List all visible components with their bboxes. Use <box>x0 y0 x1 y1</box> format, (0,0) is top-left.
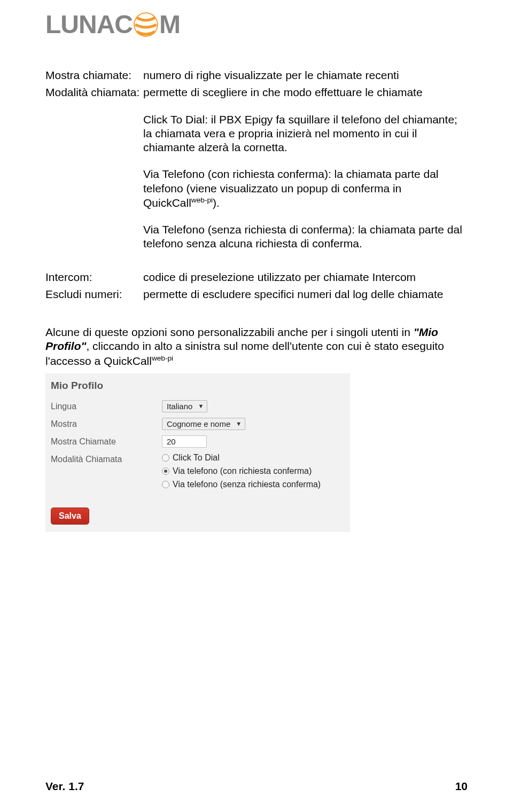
mio-profilo-panel: Mio Profilo Lingua Italiano ▼ Mostra Cog… <box>45 373 350 532</box>
def-via-telefono-con: Via Telefono (con richiesta conferma): l… <box>143 167 468 210</box>
def-label-mostra-chiamate: Mostra chiamate: <box>45 68 143 82</box>
globe-icon <box>134 12 158 37</box>
radio-via-telefono-senza[interactable]: Via telefono (senza richiesta conferma) <box>162 480 345 489</box>
logo: LUNAC M <box>45 10 468 39</box>
chevron-down-icon: ▼ <box>236 420 242 427</box>
page-footer: Ver. 1.7 10 <box>45 780 468 793</box>
panel-title: Mio Profilo <box>51 380 345 392</box>
radio-click-to-dial[interactable]: Click To Dial <box>162 453 345 463</box>
label-lingua: Lingua <box>51 400 162 411</box>
definition-list: Mostra chiamate: numero di righe visuali… <box>45 68 468 301</box>
logo-text-1: LUNAC <box>45 10 133 39</box>
logo-text-2: M <box>159 10 180 39</box>
radio-icon <box>162 481 169 488</box>
radio-via-telefono-con[interactable]: Via telefono (con richiesta conferma) <box>162 466 345 476</box>
lingua-select[interactable]: Italiano ▼ <box>162 400 207 412</box>
radio-label: Via telefono (senza richiesta conferma) <box>173 480 321 489</box>
mostra-chiamate-input[interactable]: 20 <box>162 435 207 448</box>
lingua-selected: Italiano <box>167 402 192 411</box>
radio-icon <box>162 467 169 475</box>
footer-page-number: 10 <box>455 780 468 793</box>
def-click-to-dial: Click To Dial: il PBX Epigy fa squillare… <box>143 113 468 155</box>
def-modalita-intro: permette di scegliere in che modo effett… <box>143 85 468 99</box>
mostra-select[interactable]: Cognome e nome ▼ <box>162 418 245 430</box>
options-paragraph: Alcune di queste opzioni sono personaliz… <box>45 325 468 368</box>
label-mostra-chiamate: Mostra Chiamate <box>51 435 162 447</box>
chevron-down-icon: ▼ <box>198 403 204 409</box>
def-label-intercom: Intercom: <box>45 270 143 284</box>
def-label-escludi: Escludi numeri: <box>45 287 143 301</box>
radio-label: Via telefono (con richiesta conferma) <box>173 466 312 476</box>
def-label-modalita: Modalità chiamata: <box>45 85 143 99</box>
label-mostra: Mostra <box>51 418 162 429</box>
save-button[interactable]: Salva <box>51 508 89 525</box>
def-value-intercom: codice di preselezione utilizzato per ch… <box>143 270 468 284</box>
def-value-modalita: permette di scegliere in che modo effett… <box>143 85 468 251</box>
mostra-selected: Cognome e nome <box>167 419 230 428</box>
radio-icon <box>162 454 169 462</box>
label-modalita-chiamata: Modalità Chiamata <box>51 453 162 464</box>
footer-version: Ver. 1.7 <box>45 780 84 793</box>
def-via-telefono-senza: Via Telefono (senza richiesta di conferm… <box>143 223 468 251</box>
def-value-mostra-chiamate: numero di righe visualizzate per le chia… <box>143 68 468 82</box>
def-value-escludi: permette di escludere specifici numeri d… <box>143 287 468 301</box>
radio-label: Click To Dial <box>173 453 220 463</box>
modalita-radio-group: Click To Dial Via telefono (con richiest… <box>162 453 345 489</box>
